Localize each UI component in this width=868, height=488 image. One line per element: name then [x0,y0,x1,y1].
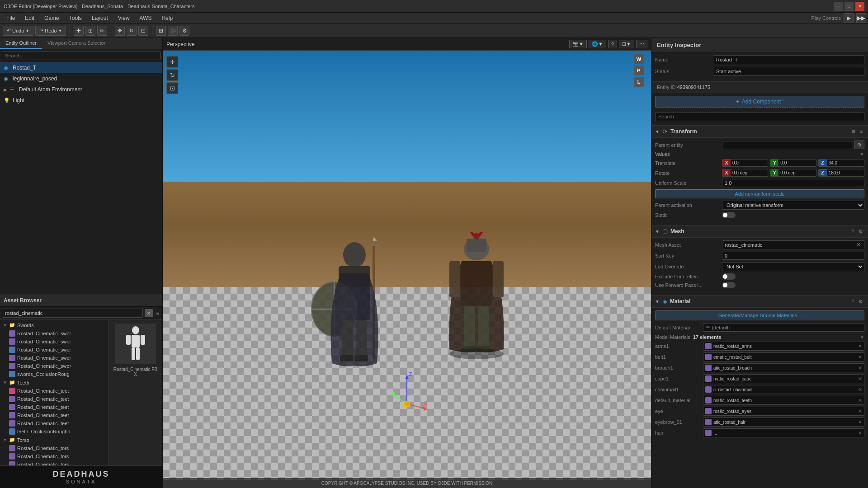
camera-button[interactable]: 🎥 [168,26,178,36]
menu-view[interactable]: View [113,14,134,22]
menu-aws[interactable]: AWS [135,14,156,22]
draw-mode-button[interactable]: ✏ [97,26,107,36]
inspector-status-select[interactable]: Start active Start inactive [713,67,864,76]
transform-expand-button[interactable]: ≡ [859,128,864,135]
file-teeth-4[interactable]: Rostad_Cinematic_teet [0,411,108,419]
vp-tool-rotate[interactable]: ↻ [166,69,178,81]
viewport-layout[interactable]: ⊞▼ [619,40,634,48]
minimize-button[interactable]: ─ [834,2,843,11]
file-torso-3[interactable]: Rostad_Cinematic_tors [0,460,108,465]
sort-key-input[interactable] [722,252,864,260]
file-teeth-2[interactable]: Rostad_Cinematic_teet [0,395,108,403]
move-button[interactable]: ✥ [115,26,125,36]
menu-tools[interactable]: Tools [65,14,86,22]
mat-clear-eye[interactable]: ✕ [858,408,862,414]
mat-clear-hair[interactable]: ✕ [858,430,862,436]
values-collapse-button[interactable]: ▼ [859,151,864,157]
mat-clear-chainmail1[interactable]: ✕ [858,387,862,393]
mesh-asset-clear-button[interactable]: ✕ [855,242,862,248]
parent-entity-pick-button[interactable]: ⊕ [854,141,864,149]
entity-vis-button-2[interactable]: 👁 [146,76,151,82]
close-button[interactable]: ✕ [855,2,864,11]
vp-tool-move[interactable]: ✛ [166,56,178,68]
mesh-help-button[interactable]: ? [850,228,855,235]
file-swords-6[interactable]: swords_OcclusionRoug [0,370,108,378]
new-entity-button[interactable]: ✚ [74,26,84,36]
viewport-more[interactable]: ⋯ [636,40,647,48]
entity-item-light[interactable]: 💡 Light 👁 🔒 [0,95,162,106]
entity-vis-button-3[interactable]: 👁 [146,87,151,93]
exclude-reflect-toggle[interactable] [722,273,736,280]
transform-component-header[interactable]: ▼ ⟳ Transform ⚙ ≡ [651,126,868,138]
file-torso-2[interactable]: Rostad_Cinematic_tors [0,452,108,460]
inspector-name-input[interactable] [713,55,864,64]
file-swords-4[interactable]: Rostad_Cinematic_swor [0,354,108,362]
rotate-x-input[interactable] [731,169,768,176]
snap-button[interactable]: ⊞ [156,26,166,36]
entity-vis-button[interactable]: 👁 [142,65,147,71]
entity-lock-button-4[interactable]: 🔒 [152,98,159,103]
entity-item-rostad-t[interactable]: ◉ Rostad_T 👁 🔒 + [0,62,162,73]
rotate-z-input[interactable] [827,169,864,176]
entity-item-default-atom[interactable]: ▶ ☰ Default Atom Environment 👁 🔒 [0,84,162,95]
translate-y-input[interactable] [778,160,816,166]
outliner-search-input[interactable] [2,51,160,60]
file-teeth-6[interactable]: teeth_OcclusionRoughn [0,427,108,436]
viewport-help[interactable]: ? [608,40,617,48]
inspector-search-input[interactable] [655,112,864,121]
folder-torso[interactable]: ▼ 📁 Torso [0,436,108,444]
transform-settings-button[interactable]: ⚙ [850,128,857,135]
play-fast-button[interactable]: ▶▶ [856,13,866,23]
play-button[interactable]: ▶ [844,13,854,23]
menu-file[interactable]: File [2,14,19,22]
entity-item-legionnaire[interactable]: ◉ legionnaire_posed 👁 🔒 [0,73,162,84]
entity-vis-button-4[interactable]: 👁 [146,98,151,103]
folder-teeth[interactable]: ▼ 📁 Teeth [0,378,108,387]
mat-clear-belt1[interactable]: ✕ [858,354,862,360]
folder-swords[interactable]: ▼ 📁 Swords [0,321,108,329]
mesh-component-header[interactable]: ▼ ⬡ Mesh ? ⚙ [651,225,868,238]
forward-pass-toggle[interactable] [722,282,736,288]
mat-clear-eyebrow01[interactable]: ✕ [858,419,862,425]
add-component-button[interactable]: + Add Component ' [655,96,864,108]
parent-entity-input[interactable] [722,141,852,149]
mesh-settings-button[interactable]: ⚙ [857,228,864,235]
entity-lock-button-2[interactable]: 🔒 [152,76,159,82]
entity-lock-button-3[interactable]: 🔒 [152,87,159,93]
scale-button[interactable]: ⊡ [138,26,148,36]
translate-z-input[interactable] [827,160,864,166]
menu-layout[interactable]: Layout [87,14,113,22]
settings-button[interactable]: ⚙ [179,26,189,36]
axis-p-badge[interactable]: P [634,66,644,75]
file-torso-1[interactable]: Rostad_Cinematic_tors [0,444,108,452]
axis-w-badge[interactable]: W [634,54,644,64]
static-toggle[interactable] [722,212,736,218]
entity-add-button[interactable]: + [155,65,159,71]
uniform-scale-input[interactable] [722,179,864,187]
material-settings-button[interactable]: ⚙ [857,298,864,305]
mat-clear-default[interactable]: ✕ [858,398,862,404]
file-teeth-3[interactable]: Rostad_Cinematic_teet [0,403,108,411]
viewport-display-mode[interactable]: 🌐▼ [589,40,606,48]
rotate-y-input[interactable] [778,169,816,176]
rotate-button[interactable]: ↻ [127,26,137,36]
duplicate-button[interactable]: ⊞ [85,26,95,36]
mat-clear-broach1[interactable]: ✕ [858,365,862,371]
file-teeth-1[interactable]: Rostad_Cinematic_teet [0,387,108,395]
tab-entity-outliner[interactable]: Entity Outliner [0,38,42,49]
entity-lock-button[interactable]: 🔒 [148,65,154,71]
translate-x-input[interactable] [731,160,768,166]
menu-edit[interactable]: Edit [20,14,39,22]
file-teeth-5[interactable]: Rostad_Cinematic_teet [0,419,108,427]
redo-button[interactable]: ↷ Redo ▼ [35,26,66,36]
mat-clear-cape1[interactable]: ✕ [858,376,862,382]
mat-clear-arms1[interactable]: ✕ [858,343,862,349]
viewport[interactable]: Perspective 📷▼ 🌐▼ ? ⊞▼ ⋯ [163,38,651,488]
file-swords-3[interactable]: Rostad_Cinematic_swor [0,346,108,354]
file-swords-1[interactable]: Rostad_Cinematic_swor [0,329,108,338]
parent-activation-select[interactable]: Original relative transform Maintain wor… [722,201,864,210]
asset-browser-filter-button[interactable]: ≡ [155,310,160,317]
tab-viewport-camera[interactable]: Viewport Camera Selector [42,38,111,49]
undo-button[interactable]: ↶ Undo ▼ [3,26,33,36]
maximize-button[interactable]: □ [844,2,854,11]
